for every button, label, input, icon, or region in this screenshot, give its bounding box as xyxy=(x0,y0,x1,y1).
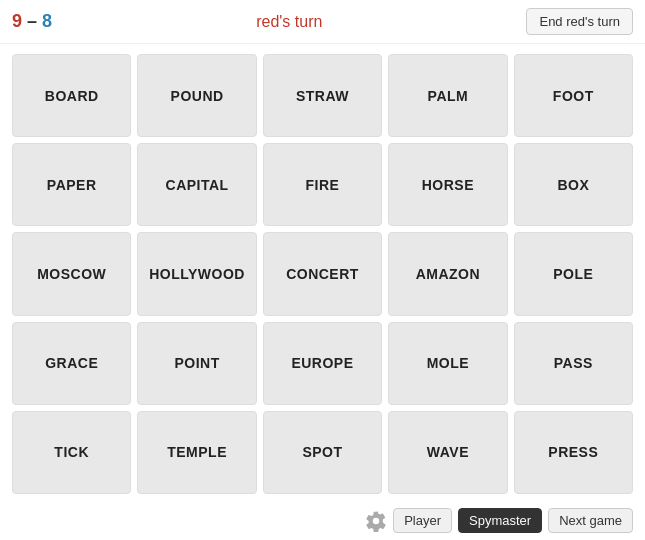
settings-icon[interactable] xyxy=(365,510,387,532)
spymaster-button[interactable]: Spymaster xyxy=(458,508,542,533)
card-wave[interactable]: WAVE xyxy=(388,411,507,494)
card-capital[interactable]: CAPITAL xyxy=(137,143,256,226)
card-europe[interactable]: EUROPE xyxy=(263,322,382,405)
card-pole[interactable]: POLE xyxy=(514,232,633,315)
card-palm[interactable]: PALM xyxy=(388,54,507,137)
card-hollywood[interactable]: HOLLYWOOD xyxy=(137,232,256,315)
card-concert[interactable]: CONCERT xyxy=(263,232,382,315)
card-foot[interactable]: FOOT xyxy=(514,54,633,137)
card-grace[interactable]: GRACE xyxy=(12,322,131,405)
card-paper[interactable]: PAPER xyxy=(12,143,131,226)
card-temple[interactable]: TEMPLE xyxy=(137,411,256,494)
score-blue: 8 xyxy=(42,11,52,31)
footer: Player Spymaster Next game xyxy=(0,504,645,539)
card-point[interactable]: POINT xyxy=(137,322,256,405)
card-straw[interactable]: STRAW xyxy=(263,54,382,137)
card-horse[interactable]: HORSE xyxy=(388,143,507,226)
header: 9 – 8 red's turn End red's turn xyxy=(0,0,645,44)
card-amazon[interactable]: AMAZON xyxy=(388,232,507,315)
player-button[interactable]: Player xyxy=(393,508,452,533)
card-press[interactable]: PRESS xyxy=(514,411,633,494)
score-separator: – xyxy=(27,11,37,31)
card-grid: BOARDPOUNDSTRAWPALMFOOTPAPERCAPITALFIREH… xyxy=(0,44,645,504)
card-spot[interactable]: SPOT xyxy=(263,411,382,494)
card-moscow[interactable]: MOSCOW xyxy=(12,232,131,315)
card-box[interactable]: BOX xyxy=(514,143,633,226)
card-fire[interactable]: FIRE xyxy=(263,143,382,226)
card-pound[interactable]: POUND xyxy=(137,54,256,137)
card-board[interactable]: BOARD xyxy=(12,54,131,137)
score: 9 – 8 xyxy=(12,11,52,32)
card-pass[interactable]: PASS xyxy=(514,322,633,405)
next-game-button[interactable]: Next game xyxy=(548,508,633,533)
card-mole[interactable]: MOLE xyxy=(388,322,507,405)
score-red: 9 xyxy=(12,11,22,31)
turn-label: red's turn xyxy=(52,13,526,31)
card-tick[interactable]: TICK xyxy=(12,411,131,494)
end-turn-button[interactable]: End red's turn xyxy=(526,8,633,35)
